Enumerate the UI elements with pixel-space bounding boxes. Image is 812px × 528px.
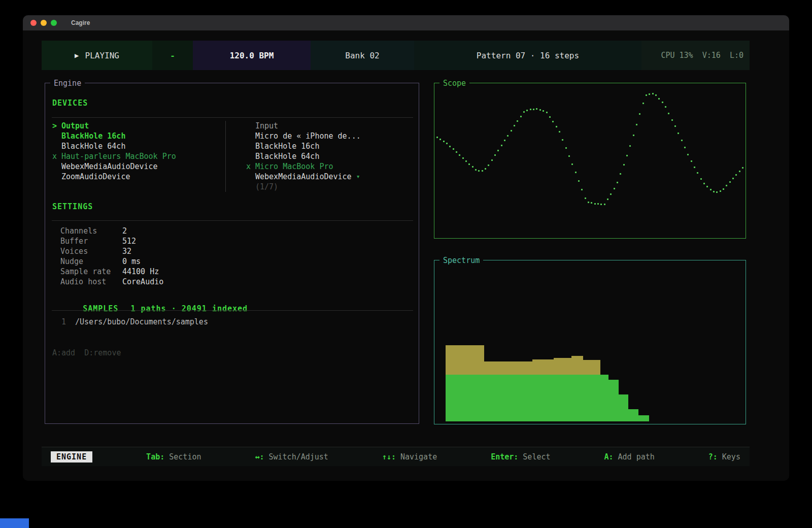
sample-path-row[interactable]: 1/Users/bubo/Documents/samples — [61, 317, 208, 327]
device-item-label: Output — [61, 121, 89, 131]
scope-sample-dot — [504, 140, 505, 141]
window-title: Cagire — [71, 19, 90, 26]
settings-row[interactable]: Sample rate44100 Hz — [60, 267, 163, 277]
beat-indicator: - — [152, 41, 193, 70]
device-item-prefix: > — [52, 121, 61, 131]
engine-panel-label: Engine — [50, 79, 85, 88]
scope-sample-dot — [520, 116, 522, 117]
device-item[interactable]: xMicro MacBook Pro — [246, 161, 414, 172]
shortcut-label: Section — [164, 452, 201, 461]
device-item-prefix — [246, 151, 255, 161]
scope-sample-dot — [610, 193, 612, 195]
shortcut-key: ↑↓: — [382, 452, 396, 461]
scope-sample-dot — [468, 163, 470, 165]
scope-sample-dot — [639, 113, 640, 115]
device-item[interactable]: BlackHole 64ch — [52, 141, 225, 151]
bpm-display[interactable]: 120.0 BPM — [193, 41, 311, 70]
divider — [52, 117, 413, 118]
scope-sample-dot — [478, 170, 480, 172]
settings-label: Buffer — [60, 236, 122, 246]
sample-path: /Users/bubo/Documents/samples — [75, 317, 208, 326]
scope-sample-dot — [684, 147, 686, 148]
scope-sample-dot — [732, 178, 734, 179]
device-item[interactable]: ZoomAudioDevice — [52, 172, 225, 182]
scope-sample-dot — [594, 203, 596, 205]
sample-path-index: 1 — [61, 317, 66, 326]
settings-value: 512 — [122, 236, 136, 246]
mode-badge[interactable]: ENGINE — [51, 451, 92, 463]
settings-row[interactable]: Buffer512 — [60, 236, 163, 246]
settings-row[interactable]: Nudge0 ms — [60, 256, 163, 267]
settings-label: Sample rate — [60, 267, 122, 277]
samples-heading-label: SAMPLES — [83, 304, 118, 313]
device-item[interactable]: Micro de « iPhone de... — [246, 131, 414, 141]
device-item[interactable]: xHaut-parleurs MacBook Pro — [52, 151, 225, 161]
device-item[interactable]: >Output — [52, 121, 225, 131]
scope-sample-dot — [674, 125, 676, 127]
scope-sample-dot — [456, 151, 457, 153]
shortcut-keys: ?: Keys — [708, 452, 740, 461]
scope-sample-dot — [585, 197, 586, 199]
device-item-label: WebexMediaAudioDevice — [61, 161, 158, 172]
spectrum-level-bar — [638, 415, 649, 421]
app-window: Cagire ▶PLAYING - 120.0 BPM Bank 02 Patt… — [23, 15, 789, 481]
device-item: Input — [246, 121, 414, 131]
settings-list: Channels2Buffer512Voices32Nudge0 msSampl… — [60, 226, 163, 287]
device-item-prefix — [52, 172, 61, 182]
scope-sample-dot — [581, 189, 583, 190]
scope-sample-dot — [443, 141, 445, 142]
settings-row[interactable]: Voices32 — [60, 246, 163, 256]
device-item-prefix — [52, 141, 61, 151]
device-item[interactable]: WebexMediaAudioDevice▾ — [246, 172, 414, 182]
shortcut-add-path: A: Add path — [604, 452, 654, 461]
scope-sample-dot — [472, 166, 473, 168]
scope-sample-dot — [633, 135, 634, 136]
scope-sample-dot — [575, 172, 577, 173]
device-item[interactable]: BlackHole 16ch — [246, 141, 414, 151]
device-item[interactable]: BlackHole 16ch — [52, 131, 225, 141]
device-item[interactable]: WebexMediaAudioDevice — [52, 161, 225, 172]
scope-sample-dot — [501, 145, 502, 146]
scope-sample-dot — [475, 169, 477, 171]
scope-sample-dot — [530, 109, 531, 110]
shortcut-switch-adjust: ↔: Switch/Adjust — [255, 452, 328, 461]
close-button[interactable] — [30, 20, 37, 26]
scope-sample-dot — [562, 139, 563, 141]
desktop-corner — [0, 518, 29, 528]
scope-sample-dot — [494, 154, 496, 156]
cpu-voices-latency-stats: CPU 13% V:16 L:0 — [641, 41, 750, 70]
zoom-button[interactable] — [51, 20, 57, 26]
transport-status[interactable]: ▶PLAYING — [42, 41, 152, 70]
settings-row[interactable]: Audio hostCoreAudio — [60, 277, 163, 287]
scope-sample-dot — [655, 94, 657, 96]
scope-sample-dot — [559, 131, 560, 133]
settings-heading: SETTINGS — [52, 202, 93, 211]
settings-label: Nudge — [60, 256, 122, 267]
scope-sample-dot — [517, 120, 518, 122]
spectrum-level-bar — [628, 409, 638, 421]
scope-sample-dot — [526, 110, 528, 111]
settings-row[interactable]: Channels2 — [60, 226, 163, 236]
device-item-prefix — [52, 161, 61, 172]
spectrum-panel: Spectrum — [434, 260, 746, 424]
status-bar: ENGINE Tab: Section↔: Switch/Adjust↑↓: N… — [42, 447, 750, 466]
scope-sample-dot — [552, 121, 554, 122]
device-item-label: Input — [255, 121, 278, 131]
minimize-button[interactable] — [41, 20, 47, 26]
device-lists: >Output BlackHole 16ch BlackHole 64chxHa… — [52, 121, 414, 192]
scope-sample-dot — [681, 140, 683, 141]
shortcut-key: Tab: — [146, 452, 164, 461]
shortcut-key: A: — [604, 452, 613, 461]
settings-value: 0 ms — [122, 256, 141, 267]
device-item[interactable]: BlackHole 64ch — [246, 151, 414, 161]
scope-sample-dot — [459, 154, 460, 156]
settings-value: 2 — [122, 226, 127, 236]
shortcut-key: Enter: — [491, 452, 518, 461]
device-item-label: Micro de « iPhone de... — [255, 131, 361, 141]
bank-display[interactable]: Bank 02 — [311, 41, 414, 70]
settings-label: Channels — [60, 226, 122, 236]
scope-sample-dot — [716, 191, 718, 193]
scope-sample-dot — [462, 157, 464, 159]
scope-sample-dot — [626, 155, 628, 156]
pattern-display[interactable]: Pattern 07 · 16 steps — [414, 41, 641, 70]
